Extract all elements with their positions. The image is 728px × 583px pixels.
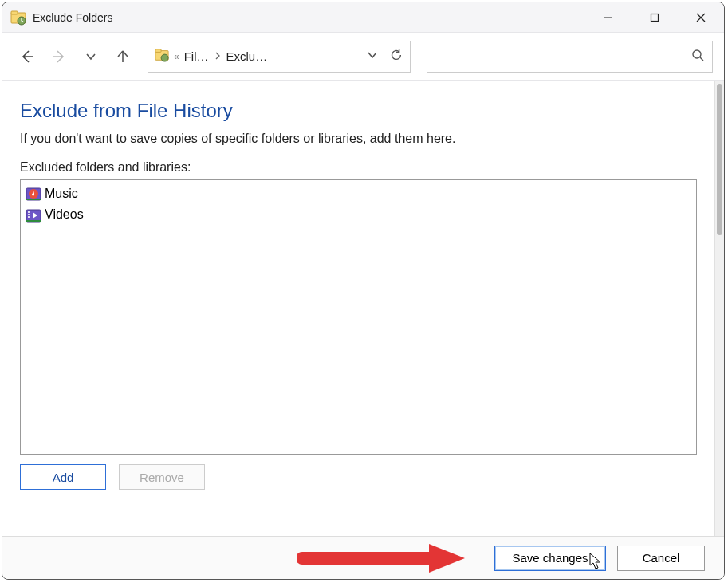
titlebar: Exclude Folders (2, 2, 724, 33)
cursor-icon (589, 553, 604, 570)
search-icon (691, 49, 704, 64)
cancel-button[interactable]: Cancel (617, 546, 705, 571)
add-button-label: Add (53, 471, 74, 484)
recent-locations-button[interactable] (77, 43, 104, 70)
vertical-scrollbar[interactable] (714, 81, 724, 536)
svg-rect-1 (11, 11, 18, 14)
annotation-arrow (297, 542, 465, 574)
window-controls (585, 2, 724, 32)
svg-marker-22 (429, 544, 465, 573)
list-buttons: Add Remove (20, 464, 697, 490)
nav-toolbar: « Fil… Exclu… (2, 33, 724, 81)
remove-button-label: Remove (140, 471, 184, 484)
svg-rect-8 (155, 49, 161, 53)
svg-rect-18 (28, 214, 30, 215)
list-label: Excluded folders and libraries: (20, 160, 697, 175)
breadcrumb-item-2[interactable]: Exclu… (226, 49, 268, 63)
address-folder-icon (155, 48, 169, 65)
svg-point-10 (693, 50, 701, 58)
window-title: Exclude Folders (33, 11, 112, 24)
svg-line-11 (700, 57, 703, 61)
page-subtitle: If you don't want to save copies of spec… (20, 132, 697, 146)
search-box[interactable] (427, 41, 713, 73)
save-changes-label: Save changes (512, 551, 588, 565)
cancel-label: Cancel (643, 551, 680, 565)
up-button[interactable] (109, 43, 136, 70)
save-changes-button[interactable]: Save changes (494, 546, 606, 571)
close-button[interactable] (678, 2, 724, 32)
remove-button: Remove (119, 464, 205, 490)
music-library-icon (26, 186, 41, 202)
videos-library-icon (26, 207, 41, 223)
excluded-list[interactable]: Music Videos (20, 179, 697, 455)
window: Exclude Folders (2, 2, 725, 580)
chevron-right-icon (214, 51, 222, 62)
content-panel: Exclude from File History If you don't w… (2, 81, 714, 536)
maximize-button[interactable] (632, 2, 678, 32)
page-title: Exclude from File History (20, 100, 697, 122)
breadcrumb-item-1[interactable]: Fil… (184, 49, 209, 63)
forward-button[interactable] (45, 43, 73, 70)
app-icon (10, 10, 26, 26)
svg-rect-4 (651, 14, 659, 21)
list-item-label: Music (45, 185, 78, 203)
minimize-button[interactable] (585, 2, 632, 32)
breadcrumb-prefix: « (174, 51, 179, 62)
list-item[interactable]: Videos (24, 204, 693, 225)
back-button[interactable] (14, 43, 41, 70)
svg-rect-19 (28, 216, 30, 218)
footer: Save changes Cancel (2, 536, 724, 579)
svg-rect-17 (28, 211, 30, 213)
svg-point-9 (161, 54, 168, 61)
scrollbar-thumb[interactable] (717, 84, 722, 235)
list-item-label: Videos (45, 206, 84, 223)
address-dropdown-button[interactable] (367, 49, 378, 63)
add-button[interactable]: Add (20, 464, 106, 490)
list-item[interactable]: Music (24, 183, 693, 204)
address-bar[interactable]: « Fil… Exclu… (148, 41, 411, 73)
refresh-button[interactable] (389, 48, 403, 65)
content-area: Exclude from File History If you don't w… (2, 81, 724, 536)
